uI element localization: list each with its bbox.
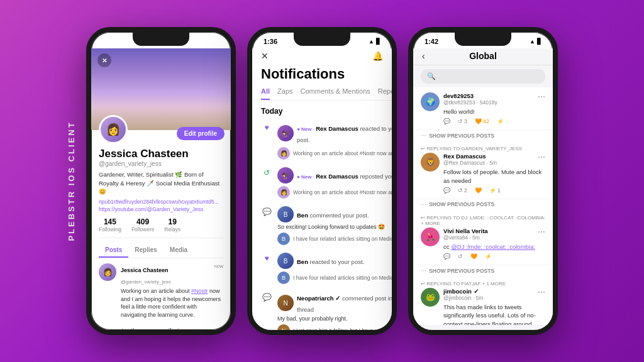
search-input[interactable] [440, 73, 539, 80]
repost-action-2[interactable]: ↺ 2 [458, 187, 467, 194]
reaction-action-2[interactable]: 🧡 [475, 187, 482, 194]
notif-preview-1: 👩 Working on an article about #Nostr now… [277, 147, 392, 160]
reply-to-2: ↩ REPLYING TO GARDEN_VARIETY_JESS [421, 146, 545, 151]
reaction-action-3[interactable]: 🧡 [470, 253, 477, 260]
status-icons-1: ▲ ●●● ▊ [196, 38, 219, 45]
post-header-1: 🌍 dev829253 @dev829253 · 54018y ⋯ Hello … [421, 92, 545, 124]
tab-zaps[interactable]: Zaps [277, 87, 292, 100]
reply-action-1[interactable]: 💬 [443, 118, 450, 124]
notif-body-3: Ben commented your post. [297, 209, 392, 220]
dots-3: ··· [421, 201, 426, 208]
repost-action-1[interactable]: ↺ 3 [458, 118, 467, 124]
notif-comment-text-3: So exciting! Looking forward to updates … [277, 224, 392, 230]
tab-replies[interactable]: Replies [128, 243, 164, 258]
stat-followers[interactable]: 409 Followers [131, 217, 154, 233]
show-prev-label-2[interactable]: SHOW PREVIOUS POSTS [429, 133, 494, 139]
post-actions-1: 💬 ↺ 3 🧡 42 ⚡ [443, 118, 545, 124]
search-bar[interactable]: 🔍 [421, 69, 545, 84]
tab-all[interactable]: All [261, 87, 270, 100]
stat-relays[interactable]: 19 Relays [164, 217, 180, 233]
post-avatar: 👩 [99, 263, 116, 281]
notif-preview-5: N I just gave him a follow, but I have a… [277, 324, 392, 330]
post-author-3: Vivi Nella Verita [443, 228, 488, 234]
close-button-2[interactable]: ✕ [261, 51, 269, 61]
more-button-4[interactable]: ⋯ [538, 288, 545, 297]
repost-count-2: 2 [464, 187, 467, 194]
zap-action-3[interactable]: ⚡ [485, 253, 492, 260]
edit-profile-button[interactable]: Edit profile [177, 127, 225, 140]
preview-avatar-2: 👩 [277, 186, 290, 199]
tab-posts[interactable]: Posts [99, 243, 128, 258]
global-post-4: ↩ REPLYING TO FIATJAF + 1 MORE 🐸 jimboco… [413, 276, 553, 325]
search-icon: 🔍 [427, 72, 436, 80]
comment-icon-3: 💬 [261, 207, 272, 216]
side-label: PLEBSTR iOS CLIENT [67, 121, 76, 241]
notification-settings-icon[interactable]: 🔔 [372, 51, 383, 61]
relays-label: Relays [164, 226, 180, 233]
post-handle: @garden_variety_jess [121, 279, 171, 285]
close-button-1[interactable]: ✕ [97, 53, 111, 67]
reply-action-3[interactable]: 💬 [443, 253, 450, 260]
more-button-1[interactable]: ⋯ [538, 92, 545, 101]
post-handle-4: @jimbocoin · 5m [443, 295, 483, 301]
profile-body: Jessica Chasteen @garden_variety_jess Ga… [91, 130, 231, 330]
show-prev-label-4[interactable]: SHOW PREVIOUS POSTS [429, 268, 494, 274]
reaction-action-1[interactable]: 🧡 42 [475, 118, 489, 124]
wifi-icon: ▲ [196, 38, 201, 45]
tab-media[interactable]: Media [164, 243, 194, 258]
reply-action-2[interactable]: 💬 [443, 187, 450, 194]
zap-action-1[interactable]: ⚡ [497, 118, 504, 124]
post-header-3: 🌺 Vivi Nella Verita @verita84 · 5m ⋯ cc … [421, 228, 545, 260]
post-text-3: cc @DJ :lmde: :coolcat: :colombia: [443, 243, 545, 251]
repost-action-3[interactable]: ↺ [458, 253, 463, 260]
stat-following[interactable]: 145 Following [99, 217, 121, 233]
profile-tabs: Posts Replies Media [99, 243, 223, 258]
notif-author-5: Neopatriarch ✓ [297, 295, 342, 302]
notif-item-4: ♥ B Ben reacted to your post. 1h B I hav… [252, 249, 392, 288]
phone-global: 1:42 ▲ ▊ ‹ Global 🔍 🌍 [408, 27, 558, 335]
profile-link-2[interactable]: https://youtube.com/@Garden_Variety_Jess [99, 206, 223, 212]
profile-link-1[interactable]: npub1r8wdfruyden284fxfespcswuhcvyatx6umt… [99, 199, 223, 205]
profile-header-image: ✕ 👩 Edit profile [91, 48, 231, 130]
global-header: ‹ Global [413, 48, 553, 65]
preview-text-3: I have four related articles sitting on … [293, 236, 392, 242]
phone-notifications: 1:36 ▲ ▊ ✕ 🔔 Notifications All Zaps Comm… [247, 27, 397, 335]
show-prev-2[interactable]: ··· SHOW PREVIOUS POSTS [413, 130, 553, 141]
notif-preview-4: B I have four related articles sitting o… [277, 272, 392, 284]
post-content: Jessica Chasteen @garden_variety_jess no… [121, 263, 223, 330]
status-bar-3: 1:42 ▲ ▊ [413, 32, 553, 48]
show-prev-4[interactable]: ··· SHOW PREVIOUS POSTS [413, 265, 553, 276]
profile-stats: 145 Following 409 Followers 19 Relays [99, 217, 223, 238]
time-2: 1:36 [264, 38, 277, 45]
post-author-1: dev829253 [443, 92, 497, 99]
zap-action-2[interactable]: ⚡ 1 [489, 187, 501, 194]
global-post-1: 🌍 dev829253 @dev829253 · 54018y ⋯ Hello … [413, 87, 553, 129]
more-button-3[interactable]: ⋯ [538, 228, 545, 236]
following-label: Following [99, 226, 121, 233]
tab-reposts[interactable]: Reposts & Q... [378, 87, 392, 100]
post-handle-2: @Rex Damascus · 5m [443, 160, 497, 166]
show-prev-3[interactable]: ··· SHOW PREVIOUS POSTS [413, 199, 553, 210]
post-meta-1: dev829253 @dev829253 · 54018y ⋯ Hello wo… [443, 92, 545, 124]
tab-comments[interactable]: Comments & Mentions [301, 87, 370, 100]
post-text-4: This has made links to tweets significan… [443, 303, 545, 325]
notif-comment-text-5: My bad, your probably right. [277, 315, 392, 322]
notif-preview-3: B I have four related articles sitting o… [277, 233, 392, 245]
time-3: 1:42 [425, 38, 438, 45]
repost-count-1: 3 [464, 118, 467, 124]
reaction-count-1: 42 [483, 118, 489, 124]
battery-icon-2: ▊ [376, 38, 380, 45]
global-content: ‹ Global 🔍 🌍 dev829253 [413, 48, 553, 330]
global-posts-list: 🌍 dev829253 @dev829253 · 54018y ⋯ Hello … [413, 87, 553, 325]
global-post-3: ↩ REPLYING TO DJ :LMDE: ::COOLCAT: :COLO… [413, 210, 553, 265]
status-bar-1: 1:36 ▲ ●●● ▊ [91, 32, 231, 48]
post-actions-3: 💬 ↺ 🧡 ⚡ [443, 253, 545, 260]
profile-name: Jessica Chasteen [99, 148, 223, 160]
new-badge-2: ● New · [297, 174, 316, 180]
notif-author-1: Rex Damascus [316, 125, 360, 132]
notif-user-avatar-1: 🦅 [277, 125, 294, 141]
back-button[interactable]: ‹ [422, 51, 425, 61]
show-prev-label-3[interactable]: SHOW PREVIOUS POSTS [429, 201, 494, 207]
more-button-2[interactable]: ⋯ [538, 153, 545, 162]
followers-label: Followers [131, 226, 154, 233]
